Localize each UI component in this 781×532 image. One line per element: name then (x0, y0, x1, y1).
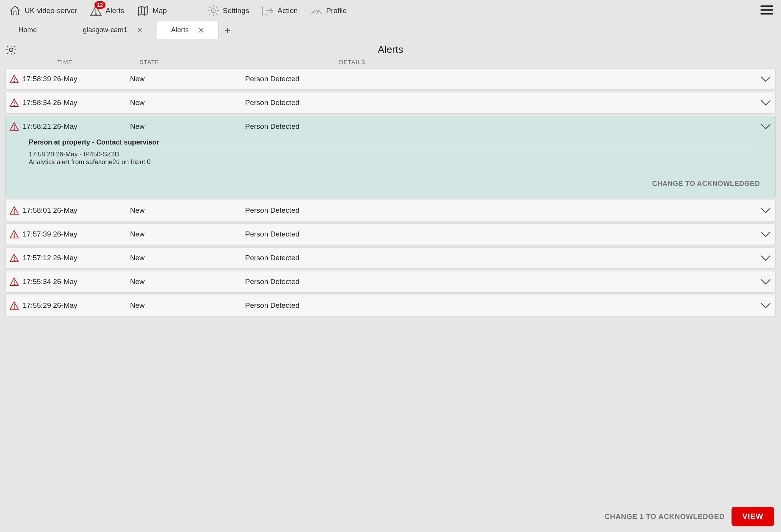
svg-point-1 (96, 14, 97, 15)
alert-state: New (130, 301, 245, 310)
alert-state: New (130, 122, 245, 131)
alert-body-meta: 17:58:20 26-May - IP450-SZ2D (29, 151, 760, 158)
alert-details: Person Detected (245, 206, 756, 215)
svg-point-17 (14, 129, 15, 130)
nav-settings[interactable]: Settings (202, 2, 254, 20)
alert-details: Person Detected (245, 99, 756, 107)
column-headers: TIME STATE DETAILS (0, 57, 781, 68)
alert-row-header[interactable]: 17:58:39 26-MayNewPerson Detected (6, 69, 775, 89)
alert-time: 17:58:21 26-May (23, 122, 130, 131)
svg-line-5 (316, 10, 319, 14)
alert-row-header[interactable]: 17:57:39 26-MayNewPerson Detected (6, 224, 775, 245)
alert-triangle-icon (6, 229, 23, 239)
tab-label: Alerts (171, 26, 189, 34)
chevron-down-icon[interactable] (756, 76, 775, 82)
tab-home-label: Home (18, 26, 37, 34)
hamburger-menu[interactable] (760, 5, 773, 15)
gauge-icon (310, 4, 323, 17)
alert-row-header[interactable]: 17:58:34 26-MayNewPerson Detected (6, 92, 775, 113)
alert-row-header[interactable]: 17:58:21 26-MayNewPerson Detected (6, 116, 775, 137)
tab-glasgow-cam1[interactable]: glasgow-cam1 ✕ (69, 21, 157, 39)
alert-details: Person Detected (245, 301, 756, 310)
svg-point-19 (14, 213, 15, 213)
alert-triangle-icon (6, 300, 23, 310)
alert-time: 17:58:01 26-May (23, 206, 130, 215)
alert-triangle-icon (6, 98, 23, 108)
alerts-badge: 12 (94, 1, 106, 9)
top-navbar: UK-video-server 12 Alerts Map (0, 0, 781, 21)
alert-triangle-icon (6, 205, 23, 215)
svg-point-25 (14, 284, 15, 285)
alert-row[interactable]: 17:58:01 26-MayNewPerson Detected (5, 200, 776, 221)
svg-point-15 (14, 105, 15, 106)
alert-row[interactable]: 17:57:12 26-MayNewPerson Detected (5, 247, 776, 269)
nav-profile[interactable]: Profile (305, 2, 351, 20)
svg-point-4 (211, 9, 215, 13)
alert-ack-button[interactable]: CHANGE TO ACKNOWLEDGED (29, 166, 760, 188)
alert-row-header[interactable]: 17:55:29 26-MayNewPerson Detected (6, 295, 775, 316)
alert-row[interactable]: 17:58:34 26-MayNewPerson Detected (5, 92, 776, 113)
alert-row-header[interactable]: 17:55:34 26-MayNewPerson Detected (6, 271, 775, 292)
alert-time: 17:57:39 26-May (23, 230, 130, 238)
svg-line-7 (315, 10, 315, 11)
home-icon (8, 4, 21, 17)
alert-details: Person Detected (245, 122, 756, 131)
nav-server[interactable]: UK-video-server (4, 2, 82, 20)
alert-row-header[interactable]: 17:58:01 26-MayNewPerson Detected (6, 200, 775, 221)
col-time: TIME (5, 59, 124, 65)
nav-action[interactable]: Action (257, 2, 302, 20)
nav-action-label: Action (277, 7, 298, 15)
alert-state: New (130, 99, 245, 107)
chevron-down-icon[interactable] (756, 302, 775, 309)
svg-point-27 (14, 308, 15, 309)
alert-row[interactable]: 17:58:39 26-MayNewPerson Detected (5, 68, 776, 90)
chevron-down-icon[interactable] (756, 207, 775, 214)
alert-body-meta: Analytics alert from safezone2d on Input… (29, 158, 760, 166)
footer-view-button[interactable]: VIEW (732, 507, 774, 526)
alert-row[interactable]: 17:55:29 26-MayNewPerson Detected (5, 295, 776, 316)
nav-alerts-label: Alerts (105, 7, 124, 15)
chevron-down-icon[interactable] (756, 99, 775, 106)
gear-icon (207, 4, 220, 17)
alert-details: Person Detected (245, 75, 756, 83)
tab-new[interactable]: ＋ (219, 21, 236, 39)
alert-time: 17:58:39 26-May (23, 75, 130, 83)
svg-point-23 (14, 260, 15, 261)
tab-label: glasgow-cam1 (83, 26, 127, 34)
col-state: STATE (124, 59, 239, 65)
tab-home[interactable]: Home (0, 21, 69, 39)
close-icon[interactable]: ✕ (137, 26, 143, 34)
alert-state: New (130, 277, 245, 286)
alert-time: 17:58:34 26-May (23, 99, 130, 107)
alert-list: 17:58:39 26-MayNewPerson Detected 17:58:… (0, 68, 781, 498)
close-icon[interactable]: ✕ (198, 26, 204, 34)
alert-row[interactable]: 17:58:21 26-MayNewPerson Detected Person… (5, 116, 776, 197)
chevron-down-icon[interactable] (756, 255, 775, 261)
chevron-down-icon[interactable] (756, 231, 775, 238)
nav-server-label: UK-video-server (25, 7, 77, 15)
tab-alerts[interactable]: Alerts ✕ (157, 21, 219, 39)
alert-state: New (130, 254, 245, 262)
alert-triangle-icon: 12 (89, 4, 102, 17)
alert-time: 17:55:29 26-May (23, 301, 130, 310)
alert-body-title: Person at property - Contact supervisor (29, 138, 760, 148)
nav-map[interactable]: Map (132, 2, 171, 20)
alert-time: 17:55:34 26-May (23, 277, 130, 286)
alert-row[interactable]: 17:57:39 26-MayNewPerson Detected (5, 223, 776, 245)
chevron-down-icon[interactable] (756, 123, 775, 130)
chevron-down-icon[interactable] (756, 278, 775, 285)
alert-body: Person at property - Contact supervisor1… (6, 137, 775, 197)
map-icon (137, 4, 150, 17)
footer-ack-button[interactable]: CHANGE 1 TO ACKNOWLEDGED (605, 512, 725, 521)
alert-details: Person Detected (245, 254, 756, 262)
plus-icon: ＋ (222, 23, 232, 37)
alert-row-header[interactable]: 17:57:12 26-MayNewPerson Detected (6, 248, 775, 268)
action-arrow-icon (261, 4, 274, 17)
alert-details: Person Detected (245, 230, 756, 238)
svg-point-13 (14, 81, 15, 82)
alert-row[interactable]: 17:55:34 26-MayNewPerson Detected (5, 271, 776, 292)
page-title: Alerts (5, 44, 776, 56)
alert-time: 17:57:12 26-May (23, 254, 130, 262)
nav-alerts[interactable]: 12 Alerts (85, 2, 129, 20)
page-subheader: Alerts (0, 39, 781, 57)
